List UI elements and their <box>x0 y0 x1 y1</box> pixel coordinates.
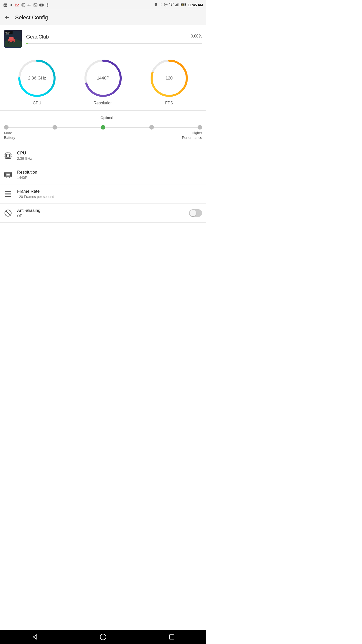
wifi-icon <box>169 3 174 7</box>
antialiasing-setting-icon <box>4 209 12 217</box>
youtube-icon <box>39 3 44 7</box>
svg-rect-19 <box>177 4 178 6</box>
instagram-icon <box>21 3 26 7</box>
app-info: Gear.Club 0.00% <box>26 34 202 44</box>
metric-fps: 120 FPS <box>149 58 189 105</box>
block-icon <box>164 3 168 7</box>
svg-rect-20 <box>178 3 179 6</box>
bluetooth-icon <box>159 3 162 7</box>
slider-dots <box>4 125 202 130</box>
setting-framerate[interactable]: Frame Rate 120 Frames per second <box>0 184 206 204</box>
setting-cpu[interactable]: CPU 2.36 GHz <box>0 146 206 165</box>
antialiasing-setting-text: Anti-aliasing Off <box>17 208 184 218</box>
svg-text:CLUB: CLUB <box>6 33 9 35</box>
gmail-icon <box>15 3 20 7</box>
bottom-spacer <box>0 223 206 243</box>
toggle-thumb <box>190 210 196 216</box>
setting-antialiasing[interactable]: Anti-aliasing Off <box>0 204 206 223</box>
progress-bar-fill <box>26 43 28 44</box>
svg-point-3 <box>11 4 12 6</box>
svg-rect-17 <box>175 5 176 6</box>
setting-resolution[interactable]: Resolution 1440P <box>0 165 206 184</box>
resolution-setting-icon <box>4 171 12 179</box>
location-icon <box>154 3 158 7</box>
svg-rect-43 <box>7 154 10 157</box>
fps-value: 120 <box>165 76 172 81</box>
status-bar: 31 ebay <box>0 0 206 10</box>
svg-point-32 <box>13 42 14 43</box>
resolution-setting-subtitle: 1440P <box>17 176 202 180</box>
time-display: 11:45 AM <box>188 3 203 7</box>
slider-label-battery: MoreBattery <box>4 131 15 140</box>
svg-point-12 <box>47 4 48 6</box>
back-button[interactable] <box>4 15 10 21</box>
app-name: Gear.Club <box>26 34 49 40</box>
svg-point-5 <box>23 4 24 6</box>
settings-cog-icon <box>45 3 50 7</box>
cpu-setting-title: CPU <box>17 151 202 156</box>
framerate-setting-icon <box>4 190 12 198</box>
cpu-label: CPU <box>33 101 41 105</box>
svg-rect-42 <box>5 153 11 159</box>
resolution-label: Resolution <box>94 101 113 105</box>
app-icon: GEAR CLUB <box>4 30 22 48</box>
status-icons-left: 31 ebay <box>3 3 50 7</box>
svg-point-30 <box>9 42 10 43</box>
antialiasing-setting-title: Anti-aliasing <box>17 208 184 213</box>
resolution-setting-text: Resolution 1440P <box>17 170 202 180</box>
metrics-section: 2.36 GHz CPU 1440P Resolution <box>0 52 206 111</box>
svg-point-6 <box>24 4 25 4</box>
svg-text:31: 31 <box>5 5 6 6</box>
svg-rect-58 <box>5 191 11 192</box>
fps-circle: 120 <box>149 58 189 98</box>
svg-line-62 <box>6 211 11 216</box>
svg-rect-23 <box>186 4 186 5</box>
app-header: GEAR CLUB Gear.Club 0.00% <box>0 25 206 52</box>
framerate-setting-text: Frame Rate 120 Frames per second <box>17 189 202 199</box>
framerate-setting-title: Frame Rate <box>17 189 202 194</box>
page-title: Select Config <box>15 14 48 21</box>
resolution-setting-title: Resolution <box>17 170 202 175</box>
calendar-icon: 31 <box>3 3 8 7</box>
progress-bar <box>26 43 202 44</box>
slider-dot-2[interactable] <box>101 125 105 130</box>
svg-rect-28 <box>9 37 14 40</box>
cpu-value: 2.36 GHz <box>28 76 46 81</box>
metric-resolution: 1440P Resolution <box>83 58 123 105</box>
framerate-setting-subtitle: 120 Frames per second <box>17 195 202 199</box>
svg-point-13 <box>155 4 156 5</box>
cpu-setting-subtitle: 2.36 GHz <box>17 156 202 160</box>
signal-icon <box>175 3 179 7</box>
cpu-circle: 2.36 GHz <box>17 58 57 98</box>
slider-labels: MoreBattery HigherPerformance <box>4 131 202 140</box>
svg-rect-54 <box>6 174 10 175</box>
metric-cpu: 2.36 GHz CPU <box>17 58 57 105</box>
dot-icon <box>9 3 14 7</box>
svg-text:⚡: ⚡ <box>182 4 184 6</box>
ebay-icon: ebay <box>27 3 32 7</box>
app-percentage: 0.00% <box>191 34 202 38</box>
resolution-circle: 1440P <box>83 58 123 98</box>
fps-label: FPS <box>165 101 173 105</box>
svg-point-16 <box>171 5 172 6</box>
svg-rect-59 <box>5 193 11 194</box>
slider-section: Optimal MoreBattery HigherPerformance <box>0 111 206 146</box>
slider-dot-3[interactable] <box>149 125 154 130</box>
slider-dot-0[interactable] <box>4 125 9 130</box>
slider-dot-4[interactable] <box>198 125 202 130</box>
svg-rect-18 <box>176 4 177 6</box>
optimal-label: Optimal <box>101 116 113 120</box>
slider-track[interactable] <box>4 127 202 128</box>
svg-text:ebay: ebay <box>27 4 31 6</box>
svg-rect-60 <box>5 196 11 197</box>
slider-dot-1[interactable] <box>53 125 57 130</box>
antialiasing-toggle[interactable] <box>189 209 202 217</box>
photos-icon <box>33 3 38 7</box>
antialiasing-setting-subtitle: Off <box>17 214 184 218</box>
battery-icon: ⚡ <box>181 3 186 7</box>
app-bar: Select Config <box>0 10 206 25</box>
settings-list: CPU 2.36 GHz Resolution 1440P <box>0 146 206 223</box>
resolution-value: 1440P <box>97 76 109 81</box>
cpu-setting-icon <box>4 152 12 160</box>
cpu-setting-text: CPU 2.36 GHz <box>17 151 202 160</box>
